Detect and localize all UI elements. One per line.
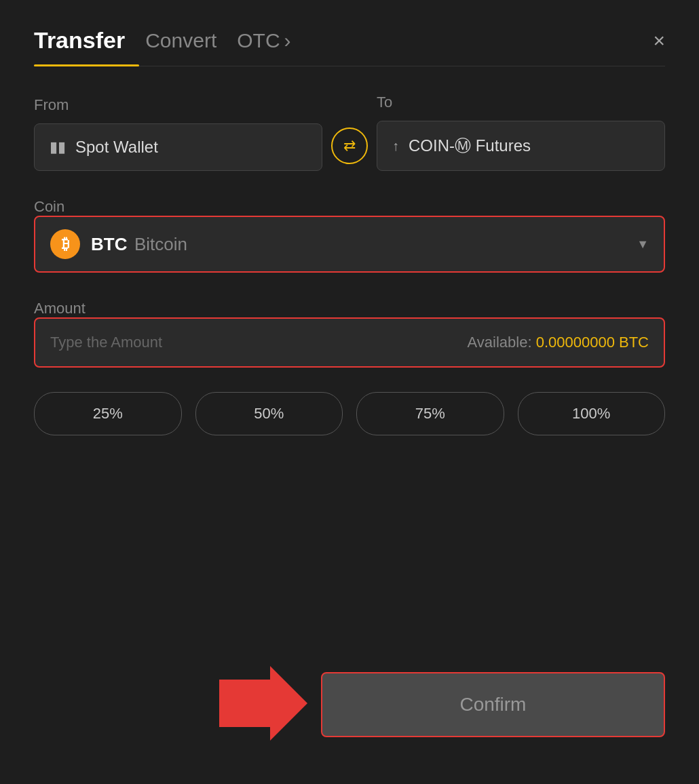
from-to-section: From ▮▮ Spot Wallet ⇄ To ↑ COIN-Ⓜ Future… — [34, 94, 665, 171]
coin-selector[interactable]: ₿ BTC Bitcoin ▼ — [34, 216, 665, 273]
coin-fullname: Bitcoin — [134, 234, 187, 254]
chevron-down-icon: ▼ — [637, 237, 649, 252]
active-tab-indicator — [34, 64, 139, 66]
tab-otc[interactable]: OTC › — [237, 29, 290, 64]
pct-75-button[interactable]: 75% — [356, 392, 504, 435]
from-wallet-text: Spot Wallet — [75, 138, 158, 157]
tab-convert[interactable]: Convert — [145, 29, 216, 64]
from-label: From — [34, 96, 322, 114]
amount-available: Available: 0.00000000 BTC — [468, 334, 649, 351]
tab-divider — [34, 66, 665, 66]
confirm-arrow — [219, 666, 307, 743]
svg-marker-0 — [219, 666, 307, 741]
bottom-area: Confirm — [34, 652, 665, 743]
close-button[interactable]: × — [653, 31, 665, 63]
arrow-container — [34, 666, 321, 743]
modal-header: Transfer Convert OTC › × — [34, 27, 665, 66]
to-group: To ↑ COIN-Ⓜ Futures — [377, 94, 665, 171]
to-wallet-selector[interactable]: ↑ COIN-Ⓜ Futures — [377, 121, 665, 171]
swap-icon: ⇄ — [343, 137, 356, 155]
transfer-modal: Transfer Convert OTC › × From ▮▮ Spot Wa… — [0, 0, 699, 784]
percent-buttons: 25% 50% 75% 100% — [34, 392, 665, 435]
tab-transfer[interactable]: Transfer — [34, 27, 125, 66]
coin-symbol: BTC — [91, 234, 127, 254]
btc-symbol: ₿ — [62, 235, 69, 253]
from-group: From ▮▮ Spot Wallet — [34, 96, 322, 171]
confirm-button[interactable]: Confirm — [321, 672, 665, 737]
pct-50-button[interactable]: 50% — [195, 392, 343, 435]
amount-placeholder: Type the Amount — [50, 334, 162, 351]
coin-section: Coin ₿ BTC Bitcoin ▼ — [34, 198, 665, 273]
btc-icon: ₿ — [50, 229, 80, 259]
pct-100-button[interactable]: 100% — [518, 392, 666, 435]
to-wallet-icon: ↑ — [392, 138, 399, 154]
to-wallet-text: COIN-Ⓜ Futures — [409, 135, 531, 157]
swap-container: ⇄ — [322, 128, 377, 171]
from-wallet-icon: ▮▮ — [50, 138, 66, 156]
to-label: To — [377, 94, 665, 111]
pct-25-button[interactable]: 25% — [34, 392, 182, 435]
amount-label: Amount — [34, 300, 86, 317]
amount-available-value: 0.00000000 BTC — [536, 334, 649, 351]
from-wallet-selector[interactable]: ▮▮ Spot Wallet — [34, 123, 322, 171]
amount-section: Amount Type the Amount Available: 0.0000… — [34, 300, 665, 368]
swap-button[interactable]: ⇄ — [331, 128, 368, 164]
amount-input-box: Type the Amount Available: 0.00000000 BT… — [34, 317, 665, 368]
arrow-icon — [219, 666, 307, 741]
coin-label: Coin — [34, 198, 64, 215]
